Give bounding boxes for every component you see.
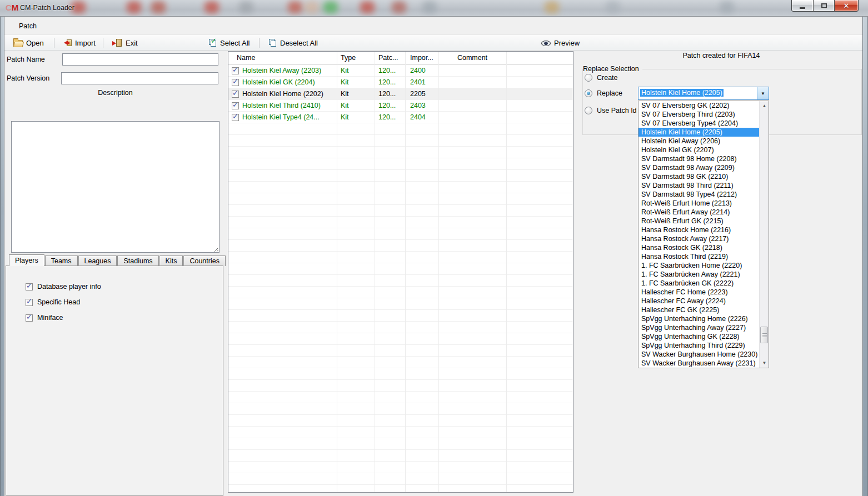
row-checkbox[interactable]: ✓ xyxy=(232,102,239,109)
dropdown-list: SV 07 Elversberg GK (2202)SV 07 Elversbe… xyxy=(638,101,769,368)
dropdown-item[interactable]: SV Darmstadt 98 Third (2211) xyxy=(638,181,769,190)
radio-icon[interactable] xyxy=(585,74,592,82)
dropdown-item[interactable]: 1. FC Saarbrücken GK (2222) xyxy=(638,279,769,288)
maximize-button[interactable] xyxy=(813,0,834,12)
dropdown-item[interactable]: SV Wacker Burghausen Home (2230) xyxy=(638,350,769,359)
check-icon: ✓ xyxy=(26,282,32,289)
cell-name: Holstein Kiel Type4 (24... xyxy=(242,113,320,121)
description-textarea[interactable] xyxy=(11,121,220,253)
dropdown-item[interactable]: Holstein Kiel GK (2207) xyxy=(638,146,769,154)
radio-use-patch-id[interactable]: Use Patch Id xyxy=(585,106,637,114)
option-miniface[interactable]: ✓Miniface xyxy=(26,313,63,322)
patch-items-table: Name Type Patc... Impor... Comment ✓Hols… xyxy=(228,51,573,493)
patch-name-input[interactable] xyxy=(62,53,218,66)
radio-replace[interactable]: Replace xyxy=(585,89,622,97)
tab-kits[interactable]: Kits xyxy=(159,255,183,266)
maximize-icon xyxy=(821,3,827,8)
deselect-all-button[interactable]: Deselect All xyxy=(267,37,320,49)
dropdown-item[interactable]: Hansa Rostock GK (2218) xyxy=(638,243,769,252)
dropdown-item[interactable]: Hallescher FC Away (2224) xyxy=(638,297,769,305)
cell-type: Kit xyxy=(341,78,349,86)
dropdown-item[interactable]: SV 07 Elversberg Type4 (2204) xyxy=(638,119,769,128)
radio-icon[interactable] xyxy=(585,107,592,114)
blur-blob xyxy=(288,1,302,13)
scroll-up-arrow[interactable]: ▲ xyxy=(760,101,769,111)
column-header-comment[interactable]: Comment xyxy=(438,54,506,62)
row-checkbox[interactable]: ✓ xyxy=(232,114,239,121)
scrollbar-thumb[interactable] xyxy=(760,327,768,343)
dropdown-item[interactable]: Hallescher FC GK (2225) xyxy=(638,305,769,314)
table-row[interactable]: ✓Holstein Kiel Third (2410)Kit120...2403 xyxy=(228,100,573,112)
blur-blob xyxy=(151,1,166,13)
dropdown-item[interactable]: SpVgg Unterhaching Away (2227) xyxy=(638,323,769,332)
dropdown-item[interactable]: SV Darmstadt 98 GK (2210) xyxy=(638,172,769,181)
dropdown-item[interactable]: Rot-Weiß Erfurt Home (2213) xyxy=(638,199,769,208)
open-button[interactable]: Open xyxy=(11,37,46,49)
table-row[interactable]: ✓Holstein Kiel Home (2202)Kit120...2205 xyxy=(228,88,573,100)
dropdown-item[interactable]: 1. FC Saarbrücken Away (2221) xyxy=(638,270,769,279)
chevron-down-icon: ▼ xyxy=(761,91,765,96)
dropdown-scrollbar[interactable]: ▲ ▼ xyxy=(759,101,769,368)
patch-version-input[interactable] xyxy=(61,72,218,84)
radio-label: Create xyxy=(597,74,618,82)
dropdown-item[interactable]: Hansa Rostock Third (2219) xyxy=(638,252,769,261)
dropdown-item[interactable]: Rot-Weiß Erfurt Away (2214) xyxy=(638,208,769,217)
dropdown-item[interactable]: SV Wacker Burghausen Away (2231) xyxy=(638,359,769,368)
table-row[interactable]: ✓Holstein Kiel Away (2203)Kit120...2400 xyxy=(228,65,573,77)
dropdown-item[interactable]: 1. FC Saarbrücken Home (2220) xyxy=(638,261,769,270)
dropdown-item[interactable]: Rot-Weiß Erfurt GK (2215) xyxy=(638,217,769,226)
tab-teams[interactable]: Teams xyxy=(45,255,78,266)
blur-blob xyxy=(360,1,375,13)
menu-patch[interactable]: Patch xyxy=(16,21,40,31)
cell-patc: 120... xyxy=(378,102,396,109)
preview-button[interactable]: Preview xyxy=(539,37,582,49)
dropdown-item[interactable]: Holstein Kiel Home (2205) xyxy=(638,128,769,137)
tab-countries[interactable]: Countries xyxy=(183,255,226,266)
column-header-name[interactable]: Name xyxy=(237,54,255,62)
tab-players[interactable]: Players xyxy=(9,254,44,266)
column-header-impor[interactable]: Impor... xyxy=(410,54,433,62)
dropdown-item[interactable]: SV 07 Elversberg Third (2203) xyxy=(638,110,769,119)
dropdown-item[interactable]: SpVgg Unterhaching Third (2229) xyxy=(638,341,769,350)
minimize-button[interactable] xyxy=(791,0,813,12)
select-all-button[interactable]: ✓ Select All xyxy=(207,37,252,49)
dropdown-item[interactable]: Holstein Kiel Away (2206) xyxy=(638,137,769,146)
blur-blob xyxy=(422,1,437,13)
dropdown-item[interactable]: SV Darmstadt 98 Away (2209) xyxy=(638,163,769,172)
exit-button[interactable]: Exit xyxy=(110,37,140,49)
checkbox[interactable]: ✓ xyxy=(26,314,33,322)
import-button[interactable]: Import xyxy=(59,37,98,49)
dropdown-item[interactable]: Hallescher FC Home (2223) xyxy=(638,288,769,297)
dropdown-item[interactable]: SV Darmstadt 98 Type4 (2212) xyxy=(638,190,769,199)
column-header-patc[interactable]: Patc... xyxy=(378,54,398,62)
cell-patc: 120... xyxy=(378,90,396,98)
dropdown-item[interactable]: SpVgg Unterhaching Home (2226) xyxy=(638,314,769,323)
checkbox[interactable]: ✓ xyxy=(26,283,33,290)
option-specific-head[interactable]: ✓Specific Head xyxy=(26,298,80,307)
table-row[interactable]: ✓Holstein Kiel Type4 (24...Kit120...2404 xyxy=(228,112,573,123)
dropdown-item[interactable]: SV 07 Elversberg GK (2202) xyxy=(638,101,769,110)
row-checkbox[interactable]: ✓ xyxy=(232,91,239,98)
dropdown-item[interactable]: SpVgg Unterhaching GK (2228) xyxy=(638,332,769,341)
close-button[interactable]: ✕ xyxy=(834,0,859,12)
column-header-type[interactable]: Type xyxy=(341,54,356,62)
checkbox[interactable]: ✓ xyxy=(26,299,33,306)
tab-leagues[interactable]: Leagues xyxy=(78,255,117,266)
scroll-down-arrow[interactable]: ▼ xyxy=(760,358,769,368)
row-checkbox[interactable]: ✓ xyxy=(232,79,239,86)
row-checkbox[interactable]: ✓ xyxy=(232,67,239,74)
cell-impor: 2404 xyxy=(410,113,426,121)
toolbar: Open Import Exit ✓ Select All Deselect A… xyxy=(4,34,862,51)
cell-patc: 120... xyxy=(378,67,396,74)
dropdown-item[interactable]: SV Darmstadt 98 Home (2208) xyxy=(638,154,769,163)
replace-target-combobox[interactable]: Holstein Kiel Home (2205) ▼ xyxy=(638,87,769,100)
option-database-player-info[interactable]: ✓Database player info xyxy=(26,282,101,291)
radio-icon[interactable] xyxy=(585,89,592,97)
blur-blob xyxy=(606,1,620,13)
combobox-dropdown-button[interactable]: ▼ xyxy=(757,87,769,99)
tab-stadiums[interactable]: Stadiums xyxy=(117,255,158,266)
dropdown-item[interactable]: Hansa Rostock Home (2216) xyxy=(638,226,769,234)
table-row[interactable]: ✓Holstein Kiel GK (2204)Kit120...2401 xyxy=(228,77,573,88)
radio-create[interactable]: Create xyxy=(585,73,618,82)
dropdown-item[interactable]: Hansa Rostock Away (2217) xyxy=(638,234,769,243)
